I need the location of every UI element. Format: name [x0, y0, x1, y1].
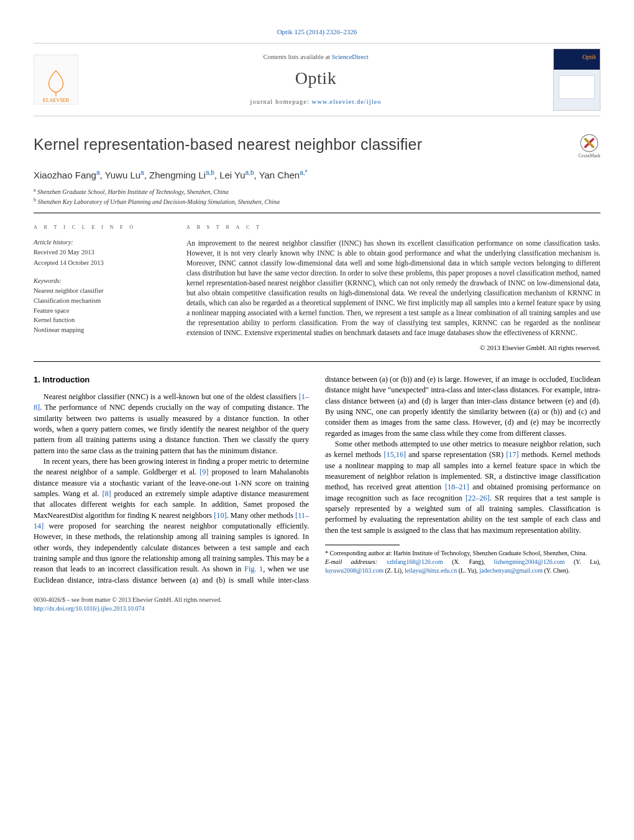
keyword: Kernel function	[34, 316, 170, 325]
abstract-text: An improvement to the nearest neighbor c…	[186, 238, 600, 338]
email-link[interactable]: lizhengming2004@126.com	[494, 558, 565, 565]
authors: Xiaozhao Fanga, Yuwu Lua, Zhengming Lia,…	[34, 168, 600, 182]
cite-link[interactable]: [9]	[200, 468, 208, 476]
section-heading-intro: 1. Introduction	[34, 374, 309, 385]
crossmark-badge[interactable]: CrossMark	[578, 134, 600, 159]
cover-title: Optik	[582, 53, 596, 62]
accepted-date: Accepted 14 October 2013	[34, 259, 170, 268]
crossmark-icon	[580, 134, 599, 152]
keyword: Feature space	[34, 307, 170, 316]
article-info-heading: a r t i c l e i n f o	[34, 222, 170, 231]
email-link[interactable]: xzhfang168@126.com	[386, 558, 443, 565]
cite-link[interactable]: [10]	[214, 511, 226, 520]
affiliations: a Shenzhen Graduate School, Harbin Insti…	[34, 187, 600, 207]
affiliation: a Shenzhen Graduate School, Harbin Insti…	[34, 187, 600, 196]
homepage-link[interactable]: www.elsevier.de/ijleo	[312, 98, 382, 105]
paper-title: Kernel representation-based nearest neig…	[34, 134, 422, 155]
journal-name: Optik	[78, 66, 553, 90]
keywords-label: Keywords:	[34, 277, 170, 286]
keyword: Nearest neighbor classifier	[34, 287, 170, 296]
email-link[interactable]: luyuwu2008@163.com	[325, 567, 384, 574]
received-date: Received 20 May 2013	[34, 248, 170, 257]
cite-link[interactable]: [17]	[506, 450, 518, 459]
journal-cover-thumb: Optik	[553, 48, 600, 111]
abstract-copyright: © 2013 Elsevier GmbH. All rights reserve…	[186, 343, 600, 353]
citation-top[interactable]: Optik 125 (2014) 2320–2326	[34, 27, 600, 37]
article-info: a r t i c l e i n f o Article history: R…	[34, 222, 170, 353]
crossmark-label: CrossMark	[578, 152, 600, 159]
keyword: Nonlinear mapping	[34, 326, 170, 335]
affiliation: b Shenzhen Key Laboratory of Urban Plann…	[34, 196, 600, 206]
abstract-heading: a b s t r a c t	[186, 222, 600, 231]
journal-header: ELSEVIER Contents lists available at Sci…	[34, 43, 600, 116]
cite-link[interactable]: [18–21]	[445, 482, 469, 491]
cite-link[interactable]: [8]	[102, 489, 111, 498]
journal-homepage: journal homepage: www.elsevier.de/ijleo	[78, 98, 553, 107]
tree-icon	[42, 68, 70, 96]
paragraph: Some other methods attempted to use othe…	[325, 439, 600, 536]
contents-line: Contents lists available at ScienceDirec…	[78, 53, 553, 62]
elsevier-logo: ELSEVIER	[34, 55, 78, 104]
elsevier-label: ELSEVIER	[43, 96, 70, 104]
history-label: Article history:	[34, 238, 170, 247]
paragraph: Nearest neighbor classifier (NNC) is a w…	[34, 392, 309, 456]
body-content: 1. Introduction Nearest neighbor classif…	[34, 374, 600, 586]
front-matter-note: 0030-4026/$ – see front matter © 2013 El…	[34, 596, 600, 613]
cite-link[interactable]: [22–26]	[466, 494, 490, 502]
email-link[interactable]: jadechenyan@gmail.com	[479, 567, 543, 574]
abstract-block: a b s t r a c t An improvement to the ne…	[186, 222, 600, 353]
rights-line: 0030-4026/$ – see front matter © 2013 El…	[34, 596, 600, 604]
email-footnote: E-mail addresses: xzhfang168@126.com (X.…	[325, 558, 600, 575]
email-link[interactable]: leilayu@hitsz.edu.cn	[405, 567, 457, 574]
figure-link[interactable]: Fig. 1	[244, 565, 263, 573]
doi-link[interactable]: http://dx.doi.org/10.1016/j.ijleo.2013.1…	[34, 605, 144, 612]
cite-link[interactable]: [15,16]	[384, 450, 407, 459]
keyword: Classification mechanism	[34, 297, 170, 306]
corresponding-footnote: * Corresponding author at: Harbin Instit…	[325, 549, 600, 558]
sciencedirect-link[interactable]: ScienceDirect	[332, 53, 369, 60]
